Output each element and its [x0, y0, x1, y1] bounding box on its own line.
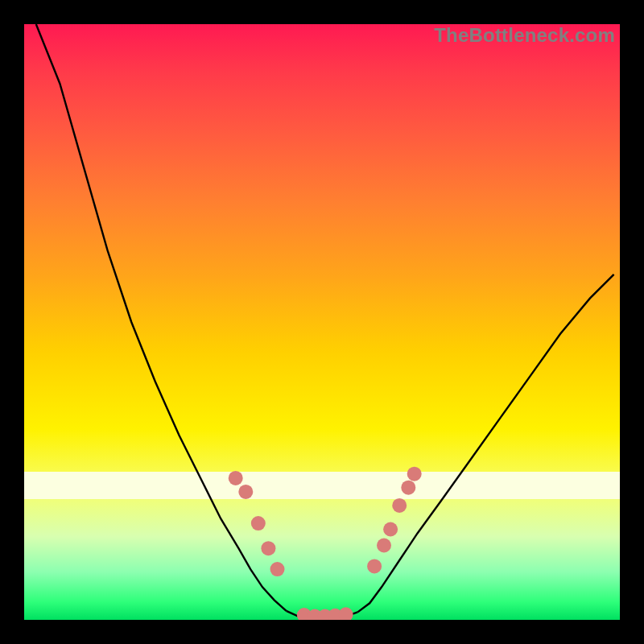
curve-layer [24, 24, 620, 620]
marker-dot [238, 485, 253, 499]
curve-right-branch [357, 275, 613, 613]
marker-dot [377, 539, 391, 553]
marker-group [229, 467, 422, 620]
curve-left-branch [36, 24, 287, 611]
marker-dot [383, 522, 398, 537]
chart-frame: TheBottleneck.com [0, 0, 644, 644]
marker-dot [367, 559, 382, 573]
marker-dot [407, 467, 422, 481]
marker-dot [270, 562, 285, 576]
marker-dot [251, 516, 266, 530]
marker-dot [261, 541, 275, 555]
plot-area: TheBottleneck.com [24, 24, 620, 620]
marker-dot [401, 481, 415, 495]
watermark-text: TheBottleneck.com [434, 24, 615, 47]
marker-dot [229, 471, 243, 485]
marker-dot [392, 498, 407, 513]
marker-dot [339, 607, 353, 620]
